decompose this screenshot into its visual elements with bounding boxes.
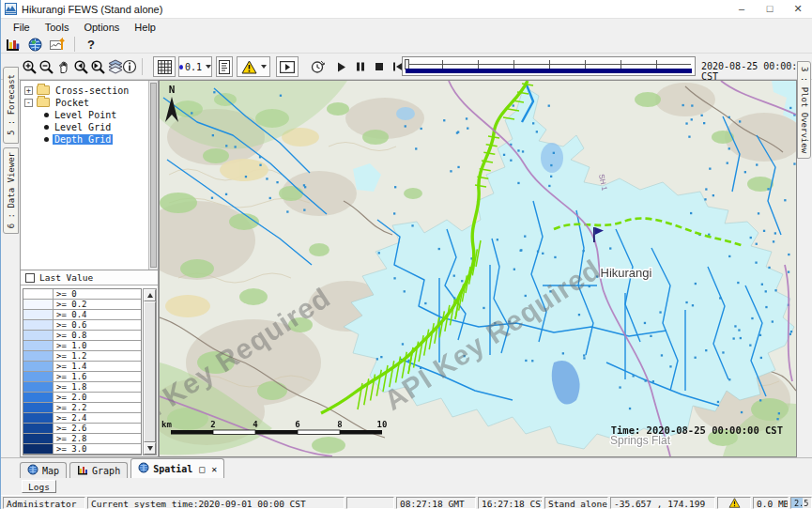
- main-toolbar: ?: [1, 35, 812, 54]
- info-button[interactable]: [120, 57, 139, 76]
- logs-button[interactable]: Logs: [22, 480, 56, 493]
- zoom-out-button[interactable]: [37, 57, 55, 76]
- scroll-down-button[interactable]: [144, 442, 156, 455]
- legend-row: >= 2.0: [23, 393, 141, 403]
- legend-class-label: >= 0.4: [54, 310, 141, 319]
- status-cst-time: 16:27:18 CST: [478, 497, 543, 509]
- tab-maximize-button[interactable]: □: [199, 464, 205, 474]
- legend-class-label: >= 1.6: [54, 372, 141, 381]
- legend-row: >= 1.6: [23, 372, 141, 382]
- pause-button[interactable]: [351, 57, 370, 76]
- grid-toggle-button[interactable]: [153, 56, 176, 77]
- tree-item-depth-grid[interactable]: Depth Grid: [21, 133, 158, 145]
- maximize-button[interactable]: □: [756, 0, 784, 18]
- tree-scroll-thumb[interactable]: [150, 83, 157, 268]
- profile-display-button[interactable]: [48, 36, 67, 53]
- tree-item-level-grid[interactable]: Level Grid: [21, 121, 158, 132]
- tab-plot-overview[interactable]: 3 : Plot Overview: [797, 61, 811, 159]
- svg-text:4: 4: [253, 420, 258, 429]
- map-viewport[interactable]: API Key Required API Key Required Hikura…: [159, 80, 797, 457]
- tree-item-level-point[interactable]: Level Point: [21, 109, 158, 120]
- chevron-down-icon: [261, 65, 267, 69]
- tab-data-viewer[interactable]: 6 : Data Viewer: [3, 147, 19, 234]
- tree-scrollbar[interactable]: [148, 81, 158, 270]
- legend-panel: Last Value >= 0>= 0.2>= 0.4>= 0.6>= 0.8>…: [20, 270, 159, 457]
- globe-icon: [28, 38, 42, 52]
- legend-color-swatch: [23, 424, 54, 433]
- legend-row: >= 3.0: [23, 444, 141, 455]
- menu-tools[interactable]: Tools: [38, 21, 76, 34]
- main-area: 5 : Forecast 6 : Data Viewer +Cross-sect…: [1, 80, 812, 457]
- tab-map[interactable]: Map: [20, 462, 67, 478]
- data-display-button[interactable]: [4, 36, 23, 53]
- filter-tree: +Cross-section-PocketLevel PointLevel Gr…: [20, 80, 159, 270]
- zoom-in-button[interactable]: [20, 57, 38, 76]
- help-icon: ?: [87, 38, 95, 52]
- zoom-previous-button[interactable]: [71, 57, 90, 76]
- animation-button[interactable]: [276, 56, 299, 77]
- help-button[interactable]: ?: [82, 36, 100, 53]
- tab-close-button[interactable]: ✕: [211, 464, 217, 474]
- status-bar: Administrator Current system time:2020-0…: [1, 495, 812, 509]
- grid-icon: [158, 60, 172, 74]
- bullet-icon: [44, 137, 49, 142]
- tab-label: Graph: [92, 466, 120, 476]
- status-warning-cell[interactable]: [717, 497, 751, 509]
- tree-item-pocket[interactable]: -Pocket: [21, 97, 158, 108]
- town-label: Hikurangi: [601, 266, 652, 280]
- collapse-icon[interactable]: -: [24, 99, 33, 107]
- play-button[interactable]: [331, 57, 350, 76]
- tab-spatial[interactable]: Spatial□✕: [130, 458, 224, 478]
- window-title: Hikurangi FEWS (Stand alone): [22, 4, 162, 15]
- legend-scrollbar[interactable]: [143, 288, 157, 455]
- folder-icon: [37, 85, 50, 95]
- svg-text:6: 6: [295, 420, 299, 429]
- close-button[interactable]: ✕: [784, 0, 812, 18]
- map-display-button[interactable]: [25, 36, 44, 53]
- stop-button[interactable]: [370, 57, 389, 76]
- status-user: Administrator: [3, 497, 85, 509]
- menu-options[interactable]: Options: [77, 21, 126, 34]
- arrow-up-icon: [147, 293, 153, 298]
- classbreaks-dropdown[interactable]: 0.1: [178, 56, 212, 77]
- tab-label: Spatial: [153, 464, 192, 474]
- legend-row: >= 1.2: [23, 351, 141, 362]
- legend-color-swatch: [23, 393, 54, 402]
- expand-icon[interactable]: +: [24, 86, 33, 95]
- menu-help[interactable]: Help: [128, 21, 162, 34]
- zoom-next-button[interactable]: [88, 57, 107, 76]
- map-canvas: API Key Required API Key Required Hikura…: [160, 81, 796, 456]
- legend-class-label: >= 2.6: [54, 424, 141, 433]
- scroll-up-button[interactable]: [144, 289, 156, 301]
- menu-file[interactable]: File: [7, 21, 37, 34]
- legend-color-swatch: [23, 362, 54, 371]
- tree-item-cross-section[interactable]: +Cross-section: [21, 85, 158, 96]
- play-icon: [335, 61, 347, 73]
- app-logo-icon: [5, 3, 17, 15]
- legend-scroll-thumb[interactable]: [144, 301, 156, 442]
- legend-row: >= 3.2: [23, 455, 141, 455]
- hand-icon: [56, 59, 71, 74]
- status-memory: 2.5 GB: [790, 497, 812, 509]
- zoom-next-icon: [90, 59, 106, 75]
- tab-forecast[interactable]: 5 : Forecast: [3, 67, 19, 144]
- pan-button[interactable]: [54, 57, 73, 76]
- longitudinal-profile-icon: [50, 37, 66, 52]
- legend-class-label: >= 2.2: [54, 403, 141, 412]
- legend-class-label: >= 0: [54, 289, 141, 299]
- status-gmt-time: 08:27:18 GMT: [396, 497, 476, 509]
- time-slider[interactable]: [402, 56, 696, 76]
- time-settings-button[interactable]: [308, 57, 327, 76]
- legend-color-swatch: [23, 289, 54, 299]
- legend-class-label: >= 1.8: [54, 382, 141, 392]
- legend-color-swatch: [23, 434, 54, 443]
- legend-color-swatch: [23, 341, 54, 350]
- legend-color-swatch: [23, 320, 54, 330]
- tab-graph[interactable]: Graph: [69, 462, 128, 478]
- warning-dropdown[interactable]: [237, 56, 270, 77]
- last-value-checkbox[interactable]: [25, 273, 35, 283]
- labels-toggle-button[interactable]: [216, 56, 233, 77]
- minimize-button[interactable]: –: [728, 0, 756, 18]
- classbreaks-value: 0.1: [185, 62, 202, 72]
- app-window: Hikurangi FEWS (Stand alone) – □ ✕ FileT…: [0, 0, 812, 509]
